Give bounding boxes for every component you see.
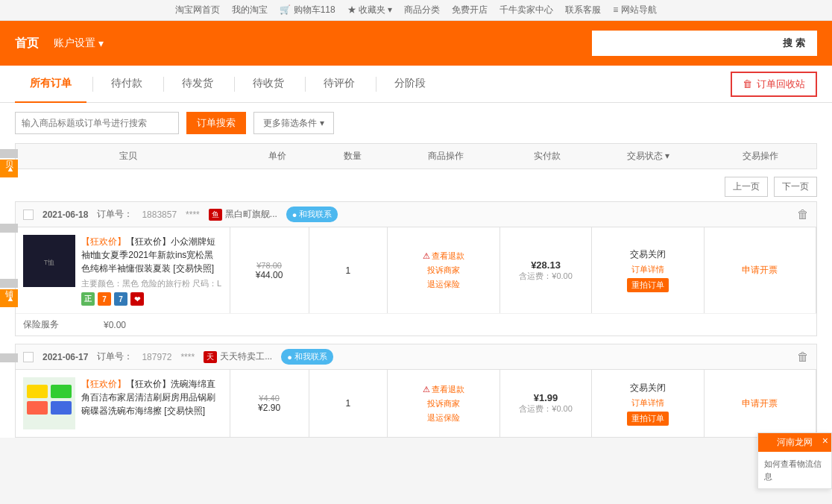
next-page-button[interactable]: 下一页 <box>774 177 817 197</box>
th-payment: 实付款 <box>502 150 591 163</box>
th-baobei: 宝贝 <box>16 150 240 163</box>
complain-merchant-1[interactable]: 投诉商家 <box>427 398 460 409</box>
nav-open-shop[interactable]: 免费开店 <box>452 4 488 16</box>
trade-status-dropdown-icon[interactable]: ▾ <box>665 151 669 161</box>
tab-pending-payment[interactable]: 待付款 <box>96 66 157 103</box>
shipping-insurance-0[interactable]: 退运保险 <box>427 279 460 290</box>
search-input[interactable] <box>592 31 771 56</box>
pagination-row: 上一页 下一页 <box>15 172 817 201</box>
th-qty: 数量 <box>315 150 390 163</box>
tab-separator-3 <box>234 77 235 92</box>
left-tab-arrow2[interactable]: ▲ <box>0 289 18 307</box>
account-dropdown-icon: ▾ <box>98 37 104 49</box>
tab-pending-receive[interactable]: 待收货 <box>238 66 299 103</box>
price-original-0: ¥78.00 <box>256 261 282 270</box>
order-date-0: 2021-06-18 <box>42 210 88 220</box>
tab-pending-ship[interactable]: 待发货 <box>167 66 228 103</box>
filter-row: 订单搜索 更多筛选条件 ▾ <box>0 103 832 143</box>
cell-qty-1: 1 <box>309 370 388 437</box>
order-header-1: 2021-06-17 订单号： 187972 **** 天 天天特卖工... ●… <box>16 344 816 370</box>
widget-title: 河南龙网 <box>758 433 831 445</box>
th-price: 单价 <box>240 150 315 163</box>
price-current-1: ¥2.90 <box>258 403 280 413</box>
cell-price-0: ¥78.00 ¥44.00 <box>230 227 309 313</box>
order-checkbox-0[interactable] <box>23 210 34 220</box>
item-title-1: 【狂欢价】【狂欢价】洗碗海绵直角百洁布家居清洁刷厨房用品锅刷碗碟器洗碗布海绵擦 … <box>81 377 222 418</box>
nav-my-taobao[interactable]: 我的淘宝 <box>232 4 268 16</box>
merchant-tag-0: 鱼 黑白町旗舰... <box>209 208 277 221</box>
merchant-name-0: 黑白町旗舰... <box>225 208 277 221</box>
nav-seller-center[interactable]: 千牛卖家中心 <box>499 4 553 16</box>
reorder-button-0[interactable]: 重拍订单 <box>627 278 669 292</box>
item-title-0: 【狂欢价】【狂欢价】小众潮牌短袖t恤女夏季2021年新款ins宽松黑色纯棉半袖慵… <box>81 235 222 275</box>
th-trade-op: 交易操作 <box>704 150 816 163</box>
insurance-row-0: 保险服务 ¥0.00 <box>16 313 816 336</box>
nav-cart[interactable]: 🛒 购物车118 <box>280 4 335 16</box>
merchant-badge-0: 鱼 <box>209 209 222 221</box>
insurance-price-0: ¥0.00 <box>104 320 126 330</box>
cell-trade-op-1: 申请开票 <box>705 370 816 437</box>
apply-invoice-0[interactable]: 申请开票 <box>742 264 778 277</box>
order-search-button[interactable]: 订单搜索 <box>186 112 246 134</box>
reorder-button-1[interactable]: 重拍订单 <box>627 412 669 426</box>
merchant-badge-1: 天 <box>204 351 217 363</box>
cell-payment-0: ¥28.13 含运费：¥0.00 <box>500 227 593 313</box>
recycle-bin-button[interactable]: 🗑 订单回收站 <box>731 72 817 97</box>
left-tab-2[interactable]: 保险 <box>0 224 18 233</box>
contact-button-1[interactable]: ● 和我联系 <box>281 349 333 365</box>
cell-trade-status-1: 交易关闭 订单详情 重拍订单 <box>592 370 704 437</box>
top-navigation: 淘宝网首页 我的淘宝 🛒 购物车118 ★ 收藏夹 ▾ 商品分类 免费开店 千牛… <box>0 0 832 21</box>
promo-label-1: 【狂欢价】 <box>81 379 126 389</box>
order-item-row-1: 【狂欢价】【狂欢价】洗碗海绵直角百洁布家居清洁刷厨房用品锅刷碗碟器洗碗布海绵擦 … <box>16 370 816 437</box>
badge-orange-0: 7 <box>98 292 111 306</box>
cell-price-1: ¥4.40 ¥2.90 <box>230 370 309 437</box>
left-tab-arrow[interactable]: ▲ <box>0 160 18 177</box>
badge-zheng-0: 正 <box>81 292 95 306</box>
price-original-1: ¥4.40 <box>259 394 280 403</box>
item-thumb-0: T恤 <box>23 235 75 287</box>
account-menu[interactable]: 账户设置 ▾ <box>54 37 104 50</box>
order-detail-link-0[interactable]: 订单详情 <box>631 264 664 275</box>
contact-button-0[interactable]: ● 和我联系 <box>286 207 338 222</box>
shipping-insurance-1[interactable]: 退运保险 <box>427 412 460 423</box>
nav-customer-service[interactable]: 联系客服 <box>565 4 601 16</box>
tab-pending-review[interactable]: 待评价 <box>309 66 370 103</box>
order-row-0: 2021-06-18 订单号： 1883857 **** 鱼 黑白町旗舰... … <box>15 201 817 336</box>
item-info-0: 【狂欢价】【狂欢价】小众潮牌短袖t恤女夏季2021年新款ins宽松黑色纯棉半袖慵… <box>81 235 222 306</box>
complain-merchant-0[interactable]: 投诉商家 <box>427 265 460 276</box>
delete-order-1[interactable]: 🗑 <box>797 350 809 364</box>
more-filter-button[interactable]: 更多筛选条件 ▾ <box>253 112 334 134</box>
view-refund-1[interactable]: ⚠ 查看退款 <box>423 384 464 395</box>
order-checkbox-1[interactable] <box>23 352 34 362</box>
nav-favorites[interactable]: ★ 收藏夹 ▾ <box>347 4 393 16</box>
payment-shipping-0: 含运费：¥0.00 <box>519 271 573 282</box>
content-wrapper: 所有订单 待付款 待发货 待收货 待评价 分阶段 🗑 订单回收站 订单搜索 更多… <box>0 66 832 438</box>
order-table-area: 宝贝 单价 数量 商品操作 实付款 交易状态 ▾ 交易操作 上一页 下一页 20… <box>0 143 832 438</box>
nav-categories[interactable]: 商品分类 <box>404 4 440 16</box>
order-search-input[interactable] <box>15 112 179 134</box>
badge-red-0: ❤ <box>130 292 144 306</box>
nav-home[interactable]: 淘宝网首页 <box>175 4 220 16</box>
left-tab-3[interactable]: 铺 <box>0 279 18 288</box>
apply-invoice-1[interactable]: 申请开票 <box>742 397 778 410</box>
tab-separator-4 <box>305 77 306 92</box>
cell-trade-status-0: 交易关闭 订单详情 重拍订单 <box>592 227 704 313</box>
left-tab-1[interactable]: 贝 <box>0 149 18 158</box>
left-tab-4[interactable]: 意 <box>0 353 18 362</box>
star-icon: ★ <box>347 4 356 15</box>
order-date-1: 2021-06-17 <box>42 352 88 362</box>
tab-all-orders[interactable]: 所有订单 <box>15 66 86 103</box>
order-detail-link-1[interactable]: 订单详情 <box>631 397 664 409</box>
search-button[interactable]: 搜 索 <box>771 31 817 56</box>
prev-page-button[interactable]: 上一页 <box>725 177 768 197</box>
order-header-0: 2021-06-18 订单号： 1883857 **** 鱼 黑白町旗舰... … <box>16 202 816 227</box>
tab-installment[interactable]: 分阶段 <box>379 66 441 103</box>
item-icons-0: 正 7 7 ❤ <box>81 292 222 306</box>
home-link[interactable]: 首页 <box>15 36 39 51</box>
delete-order-0[interactable]: 🗑 <box>797 208 809 221</box>
bottom-right-widget: 河南龙网 × 如何查看物流信息 <box>757 432 832 445</box>
tab-separator-1 <box>92 77 93 92</box>
nav-site-guide[interactable]: ≡ 网站导航 <box>613 4 656 16</box>
view-refund-0[interactable]: ⚠ 查看退款 <box>423 251 464 262</box>
widget-close-button[interactable]: × <box>822 435 828 445</box>
